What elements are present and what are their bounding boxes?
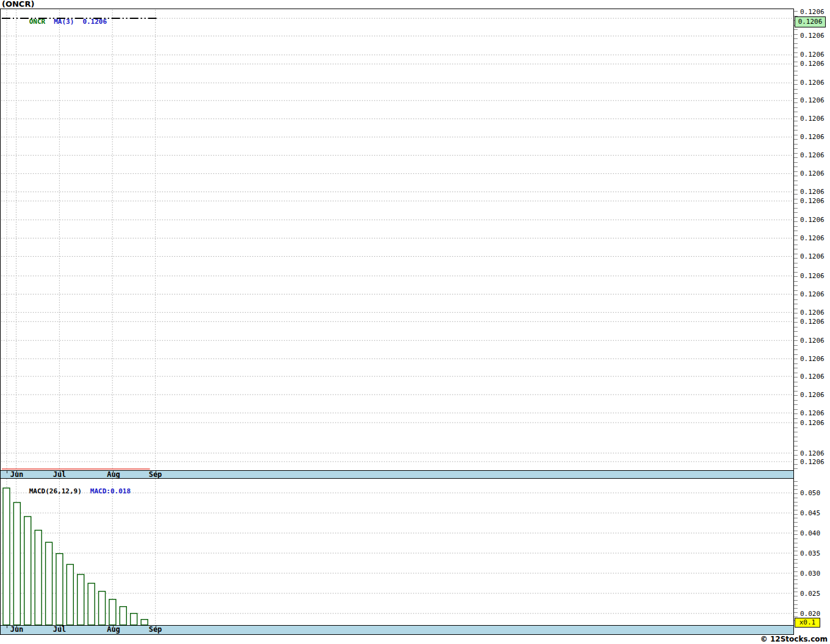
price-axis-tick bbox=[794, 382, 798, 382]
price-axis-tick bbox=[794, 34, 798, 35]
macd-axis-tick bbox=[794, 543, 798, 543]
price-axis-tick bbox=[794, 249, 798, 249]
macd-axis-tick bbox=[794, 538, 798, 539]
macd-axis-tick bbox=[794, 551, 798, 551]
macd-legend: MACD(26,12,9)MACD:0.018 bbox=[5, 479, 139, 503]
macd-axis-tick bbox=[794, 592, 798, 592]
price-axis-label: 0.1206 bbox=[800, 96, 825, 104]
macd-axis-tick bbox=[794, 502, 798, 503]
price-axis-tick bbox=[794, 400, 798, 401]
macd-legend-current: MACD:0.018 bbox=[90, 487, 131, 495]
macd-axis-tick bbox=[794, 563, 798, 564]
price-axis-label: 0.1206 bbox=[800, 290, 825, 298]
price-axis-tick bbox=[794, 98, 798, 99]
macd-axis-label: 0.025 bbox=[800, 590, 820, 598]
macd-bar bbox=[35, 530, 42, 624]
price-axis-tick bbox=[794, 272, 798, 273]
macd-bar bbox=[3, 488, 10, 625]
price-axis-tick bbox=[794, 107, 798, 108]
month-boundary-tick bbox=[60, 626, 60, 628]
price-axis-tick bbox=[794, 231, 798, 231]
price-axis-tick bbox=[794, 166, 798, 167]
macd-axis-tick bbox=[794, 612, 798, 613]
price-legend-ma: MA(3) bbox=[54, 18, 74, 26]
price-axis-label: 0.1206 bbox=[800, 32, 825, 40]
macd-axis-tick bbox=[794, 493, 798, 494]
month-label: Jun bbox=[10, 626, 24, 634]
macd-axis-tick bbox=[794, 518, 798, 518]
price-axis-tick bbox=[794, 52, 798, 53]
macd-axis-label: 0.040 bbox=[800, 529, 820, 537]
price-axis-tick bbox=[794, 199, 798, 199]
price-axis-tick bbox=[794, 226, 798, 227]
macd-axis-tick bbox=[794, 579, 798, 580]
price-axis-tick bbox=[794, 139, 798, 140]
macd-bar bbox=[24, 517, 31, 625]
price-axis-tick bbox=[794, 89, 798, 90]
price-axis-label: 0.1206 bbox=[800, 458, 825, 466]
price-axis-label: 0.1206 bbox=[800, 309, 825, 317]
price-axis-tick bbox=[794, 309, 798, 309]
price-axis-tick bbox=[794, 377, 798, 377]
macd-axis-tick bbox=[794, 526, 798, 527]
price-axis-tick bbox=[794, 38, 798, 39]
price-axis-label: 0.1206 bbox=[800, 60, 825, 68]
price-axis-tick bbox=[794, 345, 798, 346]
price-axis-tick bbox=[794, 423, 798, 423]
macd-axis-tick bbox=[794, 571, 798, 572]
price-axis-tick bbox=[794, 395, 798, 396]
macd-axis-tick bbox=[794, 498, 798, 498]
macd-bar bbox=[78, 574, 84, 625]
macd-legend-name: MACD(26,12,9) bbox=[29, 487, 82, 495]
macd-panel: MACD(26,12,9)MACD:0.018 bbox=[0, 479, 794, 625]
price-axis-tick bbox=[794, 354, 798, 355]
price-plot-area bbox=[1, 9, 793, 470]
multiplier-badge: x0.1 bbox=[795, 618, 820, 628]
price-legend: ONCRMA(3)0.1206 bbox=[5, 10, 115, 34]
price-axis-tick bbox=[794, 62, 798, 62]
price-axis-tick bbox=[794, 84, 798, 85]
price-axis-tick bbox=[794, 437, 798, 437]
macd-axis-tick bbox=[794, 608, 798, 609]
month-boundary-tick bbox=[7, 471, 7, 473]
price-axis-tick bbox=[794, 285, 798, 286]
price-axis-tick bbox=[794, 450, 798, 451]
price-axis-tick bbox=[794, 281, 798, 282]
price-axis-tick bbox=[794, 413, 798, 414]
price-axis-tick bbox=[794, 331, 798, 332]
stock-chart-root: (ONCR) ONCRMA(3)0.1206 JunJulAugSep MACD… bbox=[0, 0, 830, 644]
macd-axis-tick bbox=[794, 596, 798, 596]
price-axis-tick bbox=[794, 304, 798, 304]
price-axis-tick bbox=[794, 93, 798, 94]
macd-axis-tick bbox=[794, 489, 798, 490]
month-boundary-tick bbox=[113, 626, 114, 628]
price-axis-tick bbox=[794, 404, 798, 405]
price-axis-tick bbox=[794, 245, 798, 245]
footer-bar: © 12Stocks.com bbox=[0, 635, 828, 644]
price-axis-tick bbox=[794, 240, 798, 240]
price-axis-tick bbox=[794, 468, 798, 469]
price-axis-label: 0.1206 bbox=[800, 188, 825, 196]
price-axis-label: 0.1206 bbox=[800, 318, 825, 326]
macd-axis-tick bbox=[794, 588, 798, 589]
price-axis-tick bbox=[794, 459, 798, 460]
price-axis-tick bbox=[794, 212, 798, 213]
macd-bar bbox=[67, 564, 73, 624]
price-axis-label: 0.1206 bbox=[800, 409, 825, 417]
price-axis-tick bbox=[794, 418, 798, 419]
price-axis-label: 0.1206 bbox=[800, 373, 825, 381]
month-boundary-tick bbox=[16, 626, 17, 628]
macd-axis-tick bbox=[794, 531, 798, 531]
price-axis-tick bbox=[794, 254, 798, 254]
price-axis-tick bbox=[794, 181, 798, 181]
macd-axis-label: 0.030 bbox=[800, 570, 820, 578]
price-axis-tick bbox=[794, 363, 798, 364]
macd-axis-tick bbox=[794, 481, 798, 482]
price-axis-tick bbox=[794, 336, 798, 337]
macd-axis-tick bbox=[794, 485, 798, 486]
price-axis-tick bbox=[794, 299, 798, 300]
price-axis-tick bbox=[794, 48, 798, 48]
price-axis-label: 0.1206 bbox=[800, 151, 825, 159]
macd-axis-tick bbox=[794, 559, 798, 560]
macd-bar bbox=[99, 592, 106, 625]
